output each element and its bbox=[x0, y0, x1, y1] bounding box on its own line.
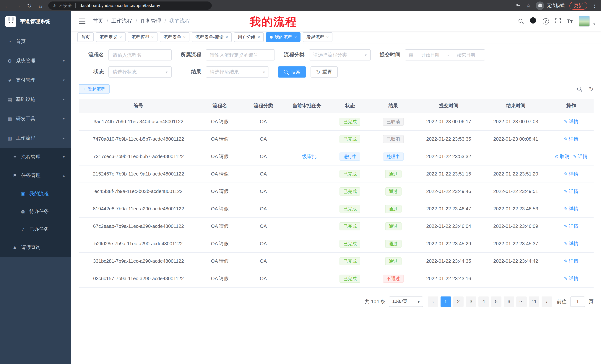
tab-home[interactable]: 首页 bbox=[77, 32, 94, 42]
detail-link[interactable]: ✎详情 bbox=[564, 171, 579, 177]
tab-process-form-edit[interactable]: 流程表单-编辑× bbox=[192, 32, 232, 42]
close-icon[interactable]: × bbox=[326, 35, 329, 39]
current-task-link[interactable]: 一级审批 bbox=[297, 153, 316, 160]
filter-row-1: 流程名 所属流程 流程分类 请选择流程分类 ▾ bbox=[79, 49, 594, 60]
tab-process-definition[interactable]: 流程定义× bbox=[96, 32, 126, 42]
next-page-button[interactable]: › bbox=[541, 296, 552, 307]
home-icon[interactable]: ⌂ bbox=[37, 3, 44, 8]
col-status: 状态 bbox=[328, 99, 371, 113]
search-toggle-icon[interactable] bbox=[577, 86, 582, 92]
prev-page-button[interactable]: ‹ bbox=[428, 296, 438, 307]
close-icon[interactable]: × bbox=[294, 35, 297, 39]
cell-submit-time: 2022-01-23 00:06:17 bbox=[415, 113, 482, 130]
date-range-picker[interactable]: ▦ 开始日期 - 结束日期 bbox=[405, 49, 485, 60]
browser-menu-icon[interactable]: ⋮ bbox=[592, 3, 597, 9]
bookmark-star-icon[interactable]: ☆ bbox=[526, 3, 531, 9]
process-name-input[interactable] bbox=[109, 49, 172, 60]
page-button[interactable]: 6 bbox=[504, 296, 514, 307]
sidebar-item-process-mgmt[interactable]: ≡ 流程管理 ▾ bbox=[0, 148, 71, 166]
sidebar-item-leave-query[interactable]: ♟ 请假查询 bbox=[0, 238, 71, 257]
back-icon[interactable]: ← bbox=[4, 3, 10, 8]
breadcrumb-item[interactable]: 工作流程 bbox=[111, 18, 132, 25]
close-icon[interactable]: × bbox=[183, 35, 186, 39]
detail-link[interactable]: ✎详情 bbox=[564, 240, 579, 247]
page-size-select[interactable]: 10条/页 ▾ bbox=[389, 296, 423, 307]
sidebar-item-payment[interactable]: ¥ 支付管理 ▾ bbox=[0, 70, 71, 90]
cell-submit-time: 2022-01-22 23:51:15 bbox=[415, 165, 482, 182]
result-select[interactable]: 请选择流结果 ▾ bbox=[206, 67, 269, 77]
detail-link[interactable]: ✎详情 bbox=[564, 188, 579, 195]
help-icon[interactable]: ? bbox=[543, 18, 549, 24]
cell-category: OA bbox=[241, 113, 285, 130]
cell-name: OA 请假 bbox=[198, 200, 241, 217]
tab-user-group[interactable]: 用户分组× bbox=[234, 32, 264, 42]
close-icon[interactable]: × bbox=[225, 35, 228, 39]
detail-link[interactable]: ✎详情 bbox=[573, 153, 588, 160]
start-process-button[interactable]: + 发起流程 bbox=[79, 84, 110, 94]
goto-page-input[interactable] bbox=[570, 296, 585, 307]
screen: ← → ↻ ⌂ ⚠ 不安全 dashboard.yudao.iocoder.cn… bbox=[0, 0, 601, 364]
edit-icon: ✎ bbox=[564, 119, 568, 124]
close-icon[interactable]: × bbox=[151, 35, 154, 39]
sidebar-item-task-mgmt[interactable]: ⚑ 任务管理 ▴ bbox=[0, 166, 71, 185]
refresh-list-icon[interactable]: ↻ bbox=[589, 86, 594, 92]
chevron-down-icon: ▾ bbox=[365, 53, 367, 57]
tab-process-form[interactable]: 流程表单× bbox=[160, 32, 190, 42]
detail-link[interactable]: ✎详情 bbox=[564, 136, 579, 142]
category-select[interactable]: 请选择流程分类 ▾ bbox=[309, 49, 371, 60]
sidebar-item-home[interactable]: ◔ 首页 bbox=[0, 32, 71, 51]
tools-icon: ▦ bbox=[7, 116, 13, 122]
forward-icon[interactable]: → bbox=[15, 3, 21, 8]
detail-link[interactable]: ✎详情 bbox=[564, 205, 579, 212]
tab-process-model[interactable]: 流程模型× bbox=[128, 32, 158, 42]
more-pages-button[interactable]: ⋯ bbox=[516, 296, 527, 307]
reset-button[interactable]: ↻ 重置 bbox=[311, 67, 338, 77]
collapse-menu-icon[interactable] bbox=[79, 19, 85, 24]
app-logo[interactable]: 芋道管理系统 bbox=[0, 11, 71, 32]
detail-link[interactable]: ✎详情 bbox=[564, 223, 579, 230]
sidebar-item-workflow[interactable]: ▥ 工作流程 ▴ bbox=[0, 128, 71, 148]
security-label[interactable]: 不安全 bbox=[59, 3, 72, 8]
update-button[interactable]: 更新 bbox=[570, 2, 587, 10]
cancel-link[interactable]: ⊘取消 bbox=[555, 153, 569, 160]
close-icon[interactable]: × bbox=[119, 35, 122, 39]
avatar[interactable] bbox=[579, 16, 590, 27]
sidebar-item-my-process[interactable]: ▣ 我的流程 bbox=[0, 185, 71, 203]
github-icon[interactable] bbox=[530, 17, 536, 25]
sidebar-item-system[interactable]: ⚙ 系统管理 ▾ bbox=[0, 51, 71, 70]
page-button[interactable]: 2 bbox=[453, 296, 464, 307]
status-badge: 已完成 bbox=[340, 187, 361, 195]
sidebar-item-todo-tasks[interactable]: ◎ 待办任务 bbox=[0, 203, 71, 220]
password-key-icon[interactable] bbox=[515, 2, 521, 10]
detail-link[interactable]: ✎详情 bbox=[564, 275, 579, 282]
detail-link[interactable]: ✎详情 bbox=[564, 118, 579, 125]
font-size-icon[interactable]: TT bbox=[567, 18, 573, 24]
tab-start-process[interactable]: 发起流程× bbox=[303, 32, 332, 42]
search-icon[interactable] bbox=[518, 19, 523, 24]
table-row: 52ffd28e-7b9a-11ec-a290-acde48001122 OA … bbox=[79, 235, 594, 252]
page-unit-label: 页 bbox=[589, 298, 594, 305]
sidebar-item-infra[interactable]: ▤ 基础设施 ▾ bbox=[0, 90, 71, 109]
detail-link[interactable]: ✎详情 bbox=[564, 258, 579, 264]
address-bar[interactable]: ⚠ 不安全 dashboard.yudao.iocoder.cn/bpm/tas… bbox=[48, 1, 212, 10]
page-button[interactable]: 11 bbox=[529, 296, 539, 307]
page-button[interactable]: 5 bbox=[491, 296, 501, 307]
page-button[interactable]: 1 bbox=[441, 296, 451, 307]
sidebar-item-done-tasks[interactable]: ✓ 已办任务 bbox=[0, 220, 71, 238]
cell-actions: ✎详情 bbox=[549, 182, 594, 200]
breadcrumb-item[interactable]: 首页 bbox=[93, 18, 103, 25]
sidebar: 芋道管理系统 ◔ 首页 ⚙ 系统管理 ▾ ¥ 支付管理 ▾ ▤ bbox=[0, 11, 71, 364]
breadcrumb-item[interactable]: 任务管理 bbox=[140, 18, 161, 25]
cell-actions: ✎详情 bbox=[549, 217, 594, 235]
reload-icon[interactable]: ↻ bbox=[26, 3, 33, 8]
tab-my-process[interactable]: 我的流程× bbox=[266, 32, 300, 42]
process-def-input[interactable] bbox=[206, 49, 275, 60]
status-select[interactable]: 请选择状态 ▾ bbox=[109, 67, 172, 77]
close-icon[interactable]: × bbox=[257, 35, 260, 39]
tags-view: 首页 流程定义× 流程模型× 流程表单× 流程表单-编辑× 用户分组× 我的流程… bbox=[71, 31, 601, 43]
sidebar-item-devtools[interactable]: ▦ 研发工具 ▾ bbox=[0, 109, 71, 128]
page-button[interactable]: 4 bbox=[478, 296, 489, 307]
page-button[interactable]: 3 bbox=[466, 296, 476, 307]
fullscreen-icon[interactable] bbox=[555, 18, 561, 25]
search-button[interactable]: 搜索 bbox=[278, 67, 306, 77]
